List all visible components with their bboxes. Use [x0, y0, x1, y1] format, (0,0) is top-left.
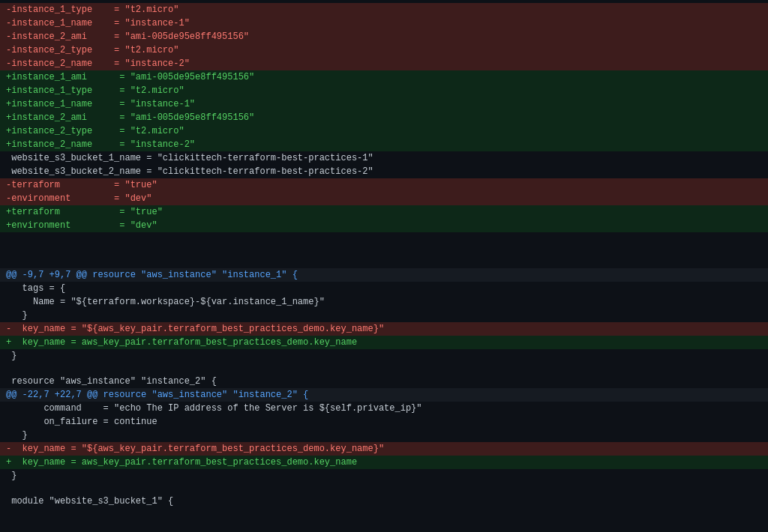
- diff-line: +instance_2_ami = "ami-005de95e8ff495156…: [0, 111, 768, 124]
- diff-line: +instance_1_type = "t2.micro": [0, 84, 768, 97]
- diff-line: + key_name = aws_key_pair.terraform_best…: [0, 456, 768, 469]
- diff-line: @@ -22,7 +22,7 @@ resource "aws_instance…: [0, 388, 768, 402]
- diff-line: [0, 508, 768, 520]
- diff-line: on_failure = continue: [0, 415, 768, 429]
- diff-line: }: [0, 349, 768, 363]
- diff-line: -environment = "dev": [0, 192, 768, 205]
- diff-line: -instance_2_name = "instance-2": [0, 57, 768, 70]
- diff-line: -instance_1_type = "t2.micro": [0, 3, 768, 16]
- diff-line: +instance_2_type = "t2.micro": [0, 124, 768, 138]
- diff-line: [0, 232, 768, 244]
- diff-line: Name = "${terraform.workspace}-${var.ins…: [0, 295, 768, 309]
- diff-line: +instance_1_ami = "ami-005de95e8ff495156…: [0, 70, 768, 84]
- diff-line: }: [0, 469, 768, 483]
- diff-line: +instance_2_name = "instance-2": [0, 138, 768, 151]
- diff-line: [0, 363, 768, 375]
- diff-line: command = "echo The IP address of the Se…: [0, 402, 768, 415]
- diff-line: }: [0, 429, 768, 442]
- diff-line: website_s3_bucket_2_name = "clickittech-…: [0, 165, 768, 178]
- diff-line: -instance_2_ami = "ami-005de95e8ff495156…: [0, 30, 768, 43]
- diff-line: @@ -9,7 +9,7 @@ resource "aws_instance" …: [0, 268, 768, 282]
- diff-line: -instance_2_type = "t2.micro": [0, 43, 768, 57]
- diff-line: [0, 520, 768, 532]
- diff-line: [0, 483, 768, 495]
- diff-line: -terraform = "true": [0, 178, 768, 192]
- diff-line: +instance_1_name = "instance-1": [0, 97, 768, 111]
- diff-line: - key_name = "${aws_key_pair.terraform_b…: [0, 442, 768, 456]
- diff-line: website_s3_bucket_1_name = "clickittech-…: [0, 151, 768, 165]
- diff-line: + key_name = aws_key_pair.terraform_best…: [0, 336, 768, 349]
- diff-line: - key_name = "${aws_key_pair.terraform_b…: [0, 322, 768, 336]
- diff-line: tags = {: [0, 282, 768, 295]
- diff-line: resource "aws_instance" "instance_2" {: [0, 375, 768, 388]
- diff-line: +terraform = "true": [0, 205, 768, 219]
- diff-line: [0, 244, 768, 256]
- diff-line: module "website_s3_bucket_1" {: [0, 495, 768, 508]
- diff-line: +environment = "dev": [0, 219, 768, 232]
- diff-line: }: [0, 309, 768, 322]
- diff-line: -instance_1_name = "instance-1": [0, 16, 768, 30]
- code-diff-container: -instance_1_type = "t2.micro"-instance_1…: [0, 0, 768, 532]
- diff-line: [0, 256, 768, 268]
